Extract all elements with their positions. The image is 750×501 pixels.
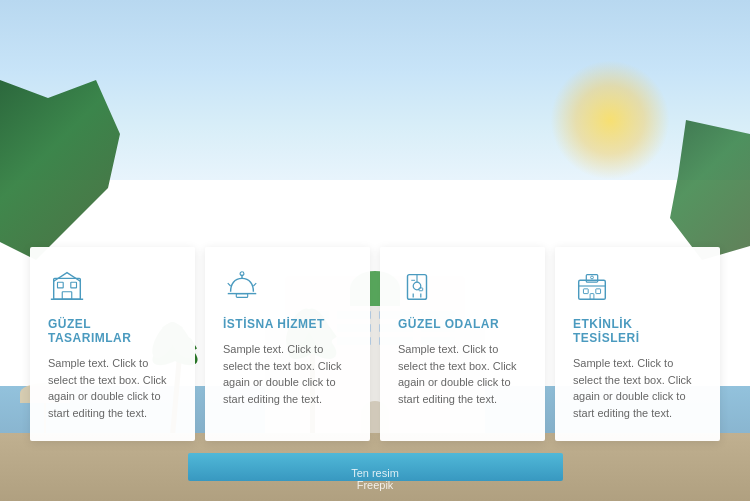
svg-rect-2 bbox=[71, 282, 77, 288]
svg-point-22 bbox=[591, 276, 594, 279]
card-2-text: Sample text. Click to select the text bo… bbox=[223, 341, 352, 407]
card-1-title: GÜZEL TASARIMLAR bbox=[48, 317, 177, 345]
svg-rect-21 bbox=[590, 294, 594, 300]
card-4-title: ETKİNLİK TESİSLERİ bbox=[573, 317, 702, 345]
card-event-facilities: ETKİNLİK TESİSLERİ Sample text. Click to… bbox=[555, 247, 720, 441]
card-2-title: İSTİSNA HİZMET bbox=[223, 317, 352, 331]
room-key-icon bbox=[398, 267, 436, 305]
svg-rect-20 bbox=[596, 289, 601, 294]
service-bell-icon bbox=[223, 267, 261, 305]
card-3-title: GÜZEL ODALAR bbox=[398, 317, 527, 331]
card-3-text: Sample text. Click to select the text bo… bbox=[398, 341, 527, 407]
svg-rect-3 bbox=[62, 292, 72, 300]
building-icon bbox=[48, 267, 86, 305]
feature-cards: GÜZEL TASARIMLAR Sample text. Click to s… bbox=[0, 247, 750, 441]
credit-line-2: Freepik bbox=[351, 479, 399, 491]
facilities-icon bbox=[573, 267, 611, 305]
svg-rect-1 bbox=[58, 282, 64, 288]
card-4-text: Sample text. Click to select the text bo… bbox=[573, 355, 702, 421]
card-beautiful-rooms: GÜZEL ODALAR Sample text. Click to selec… bbox=[380, 247, 545, 441]
svg-rect-0 bbox=[54, 278, 81, 299]
card-beautiful-designs: GÜZEL TASARIMLAR Sample text. Click to s… bbox=[30, 247, 195, 441]
footer-credits: Ten resim Freepik bbox=[351, 467, 399, 491]
svg-point-12 bbox=[413, 282, 421, 290]
left-foliage bbox=[0, 80, 120, 260]
svg-rect-19 bbox=[583, 289, 588, 294]
svg-line-10 bbox=[253, 283, 256, 286]
svg-rect-16 bbox=[579, 280, 606, 299]
card-1-text: Sample text. Click to select the text bo… bbox=[48, 355, 177, 421]
svg-line-9 bbox=[228, 283, 231, 286]
sun-glow bbox=[550, 60, 670, 180]
credit-line-1: Ten resim bbox=[351, 467, 399, 479]
card-exceptional-service: İSTİSNA HİZMET Sample text. Click to sel… bbox=[205, 247, 370, 441]
